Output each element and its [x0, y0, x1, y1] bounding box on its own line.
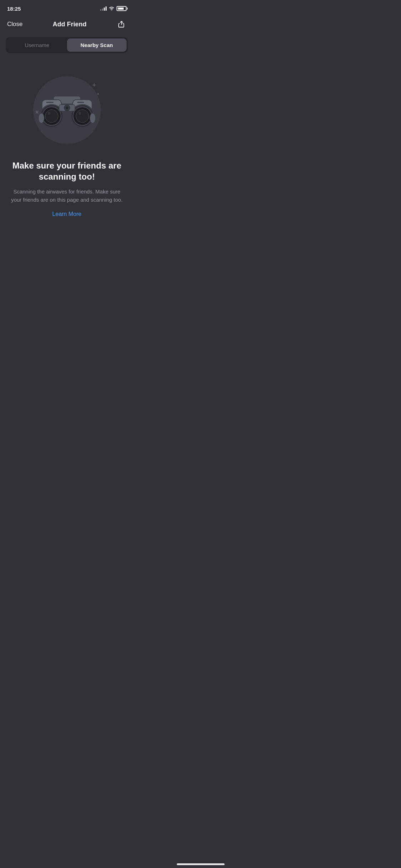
- signal-icon: [100, 6, 107, 11]
- close-button[interactable]: Close: [7, 21, 22, 28]
- wifi-icon: [109, 6, 114, 11]
- status-icons: [100, 6, 127, 11]
- page-title: Add Friend: [53, 21, 87, 28]
- svg-point-14: [38, 113, 44, 123]
- share-icon: [118, 20, 125, 28]
- svg-point-6: [48, 112, 51, 115]
- status-time: 18:25: [7, 6, 21, 12]
- svg-point-5: [45, 110, 58, 123]
- tab-switcher: Username Nearby Scan: [6, 37, 128, 53]
- tab-username[interactable]: Username: [7, 38, 67, 52]
- battery-icon: [117, 6, 127, 11]
- main-content: + ● ✕: [0, 64, 134, 224]
- share-button[interactable]: [117, 19, 127, 29]
- sparkle-circle-icon: ●: [97, 92, 99, 95]
- tab-nearby-scan[interactable]: Nearby Scan: [67, 38, 127, 52]
- headline: Make sure your friends are scanning too!: [11, 160, 123, 182]
- svg-point-9: [76, 110, 89, 123]
- nav-bar: Close Add Friend: [0, 16, 134, 33]
- svg-point-15: [90, 113, 96, 123]
- svg-rect-16: [46, 102, 53, 103]
- learn-more-link[interactable]: Learn More: [52, 211, 82, 217]
- subtitle: Scanning the airwaves for friends. Make …: [11, 188, 123, 204]
- svg-point-13: [66, 107, 68, 109]
- svg-point-10: [78, 112, 81, 115]
- svg-rect-17: [77, 102, 84, 103]
- status-bar: 18:25: [0, 0, 134, 16]
- illustration-container: + ● ✕: [28, 71, 106, 149]
- binoculars-icon: [38, 86, 96, 136]
